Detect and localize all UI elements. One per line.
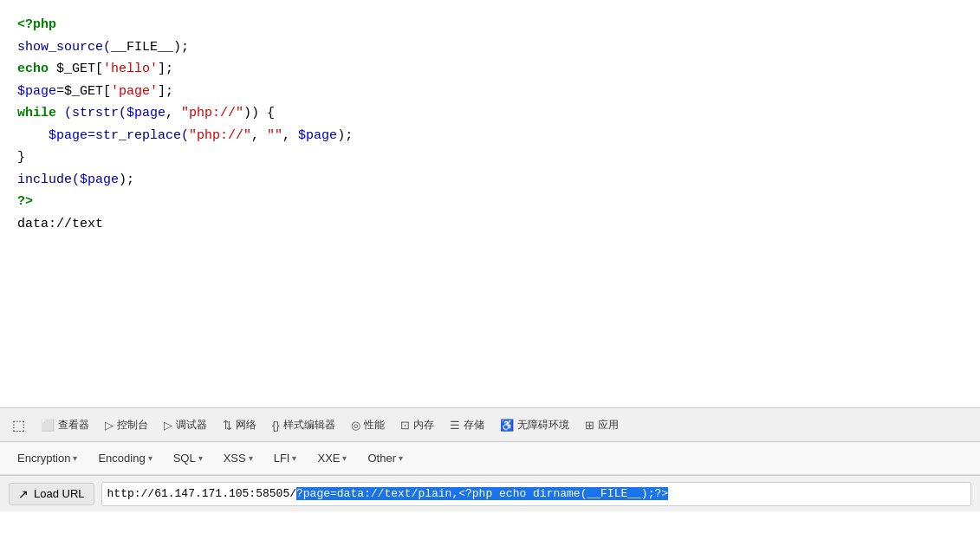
xss-dropdown[interactable]: XSS ▾ [215, 448, 262, 468]
url-bar: ↗ Load URL http://61.147.171.105:58505/?… [0, 475, 980, 511]
devtools-debugger[interactable]: ▷ 调试器 [157, 414, 214, 436]
code-line-line7: } [17, 146, 963, 169]
devtools-performance[interactable]: ◎ 性能 [344, 414, 392, 436]
devtools-application[interactable]: ⊞ 应用 [578, 414, 626, 436]
load-url-button[interactable]: ↗ Load URL [9, 483, 94, 505]
code-line-line2: show_source(__FILE__); [17, 36, 963, 59]
sql-arrow: ▾ [198, 453, 203, 463]
encoding-dropdown[interactable]: Encoding ▾ [89, 448, 160, 468]
devtools-viewer[interactable]: ⬜ 查看器 [34, 414, 96, 436]
url-plain-part: http://61.147.171.105:58505/ [107, 487, 296, 500]
devtools-inspect-icon[interactable]: ⬚ [5, 413, 32, 437]
code-line-line9: ?> [17, 191, 963, 213]
xxe-arrow: ▾ [342, 453, 347, 463]
devtools-toolbar: ⬚ ⬜ 查看器 ▷ 控制台 ▷ 调试器 ⇅ 网络 {} 样式编辑器 ◎ 性能 ⊡… [0, 407, 980, 442]
code-line-line3: echo $_GET['hello']; [17, 58, 963, 81]
encoding-arrow: ▾ [148, 453, 153, 463]
code-line-line10: data://text [17, 213, 963, 236]
devtools-storage[interactable]: ☰ 存储 [443, 414, 491, 436]
load-icon: ↗ [18, 487, 29, 501]
lfi-arrow: ▾ [292, 453, 296, 463]
code-line-line5: while (strstr($page, "php://")) { [17, 102, 963, 125]
code-line-line8: include($page); [17, 169, 963, 192]
other-dropdown[interactable]: Other ▾ [359, 448, 412, 468]
url-highlighted-part: ?page=data://text/plain,<?php echo dirna… [296, 487, 668, 500]
code-line-line4: $page=$_GET['page']; [17, 81, 963, 103]
devtools-console[interactable]: ▷ 控制台 [98, 414, 155, 436]
devtools-memory[interactable]: ⊡ 内存 [393, 414, 441, 436]
code-display: <?phpshow_source(__FILE__);echo $_GET['h… [0, 0, 980, 407]
lfi-dropdown[interactable]: LFI ▾ [265, 448, 306, 468]
devtools-accessibility[interactable]: ♿ 无障碍环境 [493, 414, 576, 436]
xss-arrow: ▾ [249, 453, 253, 463]
xxe-dropdown[interactable]: XXE ▾ [308, 448, 355, 468]
code-line-line6: $page=str_replace("php://", "", $page); [17, 125, 963, 147]
sql-dropdown[interactable]: SQL ▾ [165, 448, 211, 468]
encoder-toolbar: Encryption ▾ Encoding ▾ SQL ▾ XSS ▾ LFI … [0, 442, 980, 475]
other-arrow: ▾ [399, 453, 403, 463]
url-input[interactable]: http://61.147.171.105:58505/?page=data:/… [101, 482, 971, 506]
devtools-style[interactable]: {} 样式编辑器 [265, 414, 342, 436]
encryption-dropdown[interactable]: Encryption ▾ [9, 448, 86, 468]
devtools-network[interactable]: ⇅ 网络 [216, 414, 263, 436]
encryption-arrow: ▾ [73, 453, 77, 463]
code-line-line1: <?php [17, 14, 963, 36]
